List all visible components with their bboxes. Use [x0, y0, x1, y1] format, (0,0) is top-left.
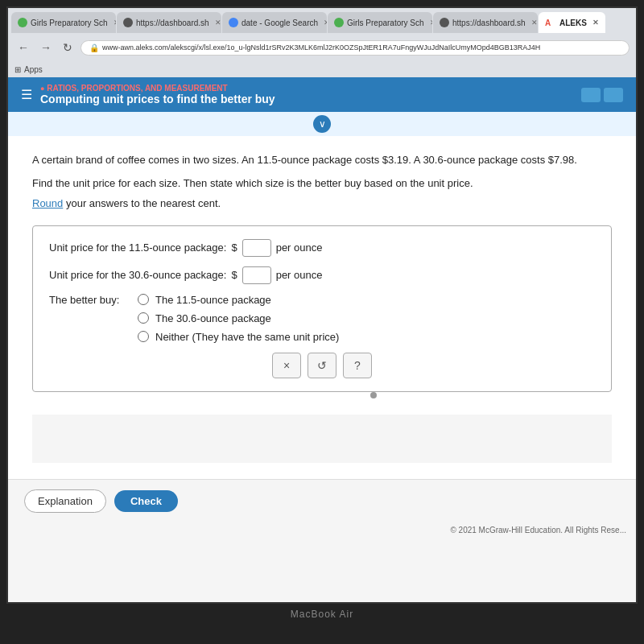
- expand-btn-row: ∨: [8, 112, 636, 136]
- tab-favicon-2: [123, 18, 133, 27]
- tab-dashboard-2[interactable]: https://dashboard.sh ✕: [433, 12, 538, 33]
- header-btn-1[interactable]: [581, 88, 601, 102]
- tab-favicon-4: [334, 18, 344, 27]
- page-title: Computing unit prices to find the better…: [40, 93, 275, 105]
- per-ounce-1: per ounce: [276, 242, 323, 254]
- header-btn-2[interactable]: [604, 88, 623, 102]
- problem-area: A certain brand of coffee comes in two s…: [8, 136, 636, 479]
- problem-instruction: Find the unit price for each size. Then …: [32, 175, 612, 192]
- tab-bar: Girls Preparatory Sch ✕ https://dashboar…: [8, 8, 636, 34]
- help-button[interactable]: ?: [343, 353, 372, 378]
- tab-aleks[interactable]: A ALEKS ✕: [539, 12, 605, 33]
- tab-close-1[interactable]: ✕: [114, 19, 116, 27]
- unit-price-input-1[interactable]: [242, 239, 271, 257]
- lock-icon: 🔒: [89, 43, 99, 52]
- copyright: © 2021 McGraw-Hill Education. All Rights…: [8, 522, 636, 538]
- dollar-sign-1: $: [231, 242, 237, 254]
- empty-space: [32, 415, 612, 463]
- tab-close-5[interactable]: ✕: [531, 19, 538, 27]
- radio-option-3[interactable]: Neither (They have the same unit price): [138, 331, 339, 343]
- back-button[interactable]: ←: [14, 39, 32, 56]
- unit-price-row-1: Unit price for the 11.5-ounce package: $…: [49, 239, 595, 257]
- hint-indicator: [370, 392, 377, 398]
- radio-option-1[interactable]: The 11.5-ounce package: [138, 294, 339, 306]
- round-instruction: Round your answers to the nearest cent.: [32, 197, 612, 209]
- tab-close-aleks[interactable]: ✕: [592, 19, 599, 27]
- per-ounce-2: per ounce: [276, 269, 323, 281]
- radio-options: The 11.5-ounce package The 30.6-ounce pa…: [138, 294, 339, 343]
- radio-circle-3: [138, 331, 149, 342]
- forward-button[interactable]: →: [37, 39, 55, 56]
- answer-box: Unit price for the 11.5-ounce package: $…: [32, 225, 612, 392]
- better-buy-label: The better buy:: [49, 294, 130, 306]
- tab-girls-prep-2[interactable]: Girls Preparatory Sch ✕: [328, 12, 432, 33]
- address-bar-row: ← → ↻ 🔒 www-awn.aleks.com/alekscgi/x/lsl…: [8, 34, 636, 61]
- dollar-sign-2: $: [231, 269, 237, 281]
- aleks-header: ☰ ● RATIOS, PROPORTIONS, AND MEASUREMENT…: [8, 77, 636, 112]
- tab-dashboard-1[interactable]: https://dashboard.sh ✕: [117, 12, 221, 33]
- monitor: Girls Preparatory Sch ✕ https://dashboar…: [0, 0, 644, 644]
- browser-chrome: Girls Preparatory Sch ✕ https://dashboar…: [8, 8, 636, 77]
- topic-label: ● RATIOS, PROPORTIONS, AND MEASUREMENT: [40, 84, 275, 93]
- tab-favicon-1: [18, 18, 27, 27]
- tab-google[interactable]: date - Google Search ✕: [222, 12, 327, 33]
- page-footer: Explanation Check: [8, 479, 636, 522]
- tab-close-3[interactable]: ✕: [324, 19, 327, 27]
- page-content: ☰ ● RATIOS, PROPORTIONS, AND MEASUREMENT…: [8, 77, 636, 602]
- clear-button[interactable]: ×: [272, 353, 301, 378]
- round-link[interactable]: Round: [32, 197, 63, 209]
- explanation-button[interactable]: Explanation: [24, 489, 106, 513]
- apps-grid-icon: ⊞: [14, 65, 21, 74]
- header-right: [581, 88, 623, 102]
- tab-favicon-3: [229, 18, 238, 27]
- tab-close-2[interactable]: ✕: [215, 19, 221, 27]
- expand-arrow[interactable]: ∨: [313, 115, 331, 133]
- screen: Girls Preparatory Sch ✕ https://dashboar…: [6, 6, 638, 604]
- undo-button[interactable]: ↺: [308, 353, 336, 378]
- apps-row: ⊞ Apps: [8, 61, 636, 77]
- check-button[interactable]: Check: [114, 490, 178, 512]
- problem-text: A certain brand of coffee comes in two s…: [32, 152, 612, 169]
- header-text: ● RATIOS, PROPORTIONS, AND MEASUREMENT C…: [40, 84, 275, 105]
- radio-option-2[interactable]: The 30.6-ounce package: [138, 312, 339, 324]
- tab-girls-prep-1[interactable]: Girls Preparatory Sch ✕: [11, 12, 116, 33]
- unit-price-input-2[interactable]: [242, 266, 271, 284]
- refresh-button[interactable]: ↻: [60, 39, 76, 56]
- macbook-label: MacBook Air: [291, 609, 353, 620]
- radio-circle-1: [138, 294, 149, 305]
- unit-price-row-2: Unit price for the 30.6-ounce package: $…: [49, 266, 595, 284]
- tab-close-4[interactable]: ✕: [430, 19, 432, 27]
- better-buy-section: The better buy: The 11.5-ounce package T…: [49, 294, 595, 343]
- action-buttons: × ↺ ?: [49, 353, 595, 378]
- radio-circle-2: [138, 312, 149, 324]
- address-bar[interactable]: 🔒 www-awn.aleks.com/alekscgi/x/lsl.exe/1…: [80, 40, 630, 56]
- hamburger-icon[interactable]: ☰: [21, 87, 32, 102]
- tab-favicon-5: [440, 18, 449, 27]
